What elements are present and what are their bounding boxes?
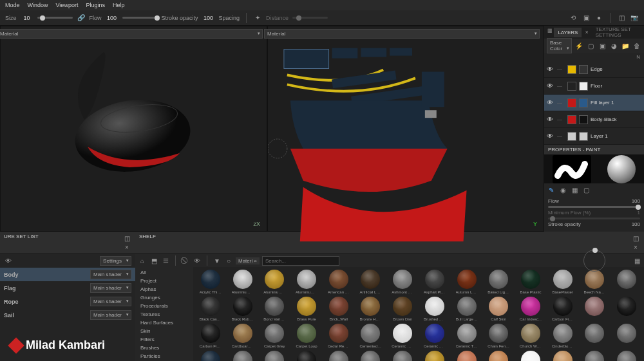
- material-thumbnail[interactable]: [324, 351, 354, 361]
- shelf-category[interactable]: Particles: [135, 352, 193, 360]
- material-thumbnail[interactable]: Ceramic En...: [420, 324, 450, 348]
- material-thumbnail[interactable]: Brushed St...: [420, 297, 450, 321]
- shader-dropdown[interactable]: Main shader: [90, 283, 131, 293]
- add-mask-icon[interactable]: ▢: [586, 41, 595, 50]
- bake-icon[interactable]: ▣: [582, 14, 591, 23]
- material-thumbnail[interactable]: [388, 351, 417, 361]
- flow-value[interactable]: 100: [106, 15, 118, 21]
- prop-minflow-value[interactable]: 1: [638, 210, 640, 216]
- close-panel-icon[interactable]: ×: [122, 243, 131, 252]
- material-thumbnail[interactable]: [228, 351, 258, 361]
- texset-row[interactable]: Rope Main shader: [0, 295, 135, 308]
- grid-view-icon[interactable]: ▦: [632, 256, 641, 265]
- material-thumbnail[interactable]: Calf Skin: [484, 297, 513, 321]
- prop-minflow-slider[interactable]: [548, 218, 640, 219]
- material-thumbnail[interactable]: American C...: [324, 270, 354, 294]
- shelf-category[interactable]: Procedurals: [135, 302, 193, 310]
- viewport-channel-dropdown[interactable]: Material: [0, 29, 263, 39]
- shelf-category[interactable]: Project: [135, 277, 193, 285]
- material-thumbnail[interactable]: Brick_Wall: [324, 297, 354, 321]
- alpha-tab-icon[interactable]: ◉: [558, 185, 567, 194]
- material-tab-icon[interactable]: ▢: [582, 185, 591, 194]
- material-thumbnail[interactable]: Beech Natu...: [580, 270, 610, 294]
- layers-icon[interactable]: ▦: [547, 28, 553, 37]
- shader-dropdown[interactable]: Main shader: [90, 270, 131, 279]
- material-thumbnail[interactable]: Black Cast I...: [196, 297, 225, 321]
- eye-icon[interactable]: 👁: [547, 133, 554, 140]
- uv-viewport[interactable]: Material Y: [267, 26, 544, 232]
- material-thumbnail[interactable]: [548, 351, 578, 361]
- material-thumbnail[interactable]: Church Wall...: [516, 324, 545, 348]
- material-thumbnail[interactable]: Base Plastic: [516, 270, 545, 294]
- eye-icon[interactable]: 👁: [547, 99, 554, 106]
- distance-slider[interactable]: [292, 17, 328, 19]
- layer-row[interactable]: 👁 — Layer 1: [544, 128, 644, 145]
- texset-row[interactable]: Sail Main shader: [0, 308, 135, 322]
- shelf-category[interactable]: Filters: [135, 335, 193, 344]
- material-thumbnail[interactable]: Acrylic Thic...: [196, 270, 225, 294]
- viewport2-channel-dropdown[interactable]: Material: [264, 29, 540, 39]
- material-thumbnail[interactable]: Baked Light...: [484, 270, 513, 294]
- material-thumbnail[interactable]: Ceramic Tile...: [452, 324, 482, 348]
- shelf-filter-visible-icon[interactable]: 👁: [193, 256, 202, 265]
- tag-icon[interactable]: ○: [224, 256, 233, 265]
- material-thumbnail[interactable]: [612, 351, 641, 361]
- layer-row[interactable]: 👁 — Body-Black: [544, 111, 644, 128]
- shelf-import-icon[interactable]: ⬒: [149, 256, 158, 265]
- layer-row[interactable]: 👁 — Floor: [544, 78, 644, 95]
- material-thumbnail[interactable]: Cemented ...: [356, 324, 386, 348]
- material-thumbnail[interactable]: Carpet Grey: [260, 324, 289, 348]
- link-icon[interactable]: 🔗: [77, 14, 86, 23]
- delete-layer-icon[interactable]: 🗑: [632, 41, 641, 50]
- material-thumbnail[interactable]: Artificial Lea...: [356, 270, 386, 294]
- material-thumbnail[interactable]: Bull Large ...: [452, 297, 482, 321]
- material-thumbnail[interactable]: Black Rubb...: [228, 297, 258, 321]
- filter-pill[interactable]: Materi×: [236, 257, 260, 264]
- material-thumbnail[interactable]: Carbon Fiber: [548, 297, 578, 321]
- shelf-undock-icon[interactable]: ◫: [631, 234, 640, 243]
- material-thumbnail[interactable]: [260, 351, 289, 361]
- shader-dropdown[interactable]: Main shader: [90, 297, 131, 306]
- add-effect-icon[interactable]: ⚡: [574, 41, 583, 50]
- material-thumbnail[interactable]: [452, 351, 482, 361]
- eye-icon[interactable]: 👁: [547, 82, 554, 89]
- material-thumbnail[interactable]: [292, 351, 321, 361]
- material-thumbnail[interactable]: Aluminium ...: [228, 270, 258, 294]
- material-thumbnail[interactable]: Autumn Leaf: [452, 270, 482, 294]
- shelf-list-icon[interactable]: ☰: [161, 256, 170, 265]
- material-thumbnail[interactable]: Chain Fence: [484, 324, 513, 348]
- material-thumbnail[interactable]: Ashmont C...: [388, 270, 417, 294]
- material-thumbnail[interactable]: Cinderblock...: [548, 324, 578, 348]
- display-icon[interactable]: ◫: [617, 14, 626, 23]
- size-value[interactable]: 10: [21, 15, 33, 21]
- filter-icon[interactable]: ▼: [213, 256, 222, 265]
- material-thumbnail[interactable]: [420, 351, 450, 361]
- material-thumbnail[interactable]: Aluminium ...: [260, 270, 289, 294]
- stencil-tab-icon[interactable]: ▦: [570, 185, 579, 194]
- texset-row[interactable]: Flag Main shader: [0, 281, 135, 295]
- material-thumbnail[interactable]: [356, 351, 386, 361]
- camera-reset-icon[interactable]: ⟲: [569, 14, 578, 23]
- material-thumbnail[interactable]: [580, 324, 610, 348]
- add-layer-icon[interactable]: ▣: [598, 41, 607, 50]
- camera-icon[interactable]: 📷: [630, 14, 639, 23]
- shader-dropdown[interactable]: Main shader: [90, 310, 131, 320]
- menu-mode[interactable]: Mode: [5, 2, 20, 8]
- angle-dial[interactable]: [583, 250, 605, 272]
- material-thumbnail[interactable]: [484, 351, 513, 361]
- render-icon[interactable]: ●: [594, 14, 603, 23]
- shelf-category[interactable]: Textures: [135, 310, 193, 319]
- material-thumbnail[interactable]: [196, 351, 225, 361]
- size-slider[interactable]: [37, 17, 73, 19]
- opacity-value[interactable]: 100: [202, 15, 215, 21]
- material-thumbnail[interactable]: [580, 297, 610, 321]
- prop-flow-slider[interactable]: [548, 206, 640, 208]
- material-thumbnail[interactable]: Carpet Loop: [292, 324, 321, 348]
- material-thumbnail[interactable]: Aluminium ...: [292, 270, 321, 294]
- prop-flow-value[interactable]: 100: [632, 198, 640, 204]
- visibility-all-icon[interactable]: 👁: [4, 257, 13, 266]
- menu-plugins[interactable]: Plugins: [86, 2, 105, 8]
- shelf-category[interactable]: Brushes: [135, 344, 193, 352]
- shelf-category[interactable]: Alphas: [135, 285, 193, 293]
- material-thumbnail[interactable]: Car Iridesc...: [516, 297, 545, 321]
